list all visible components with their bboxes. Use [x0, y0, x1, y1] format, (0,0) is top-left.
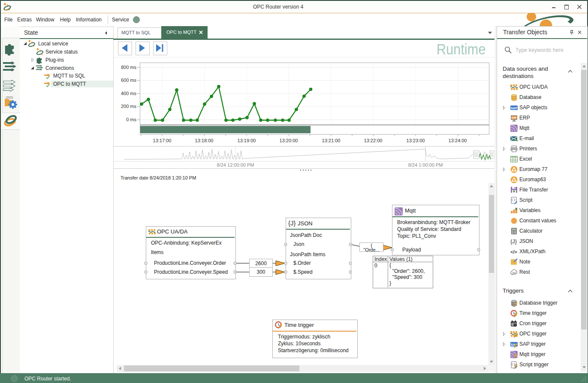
svg-text:SAP: SAP — [511, 106, 517, 110]
svg-text:</>: </> — [510, 249, 518, 254]
svg-text:{J}: {J} — [510, 238, 517, 245]
svg-text:(R): (R) — [512, 272, 516, 275]
svg-text:ERP: ERP — [512, 117, 517, 119]
